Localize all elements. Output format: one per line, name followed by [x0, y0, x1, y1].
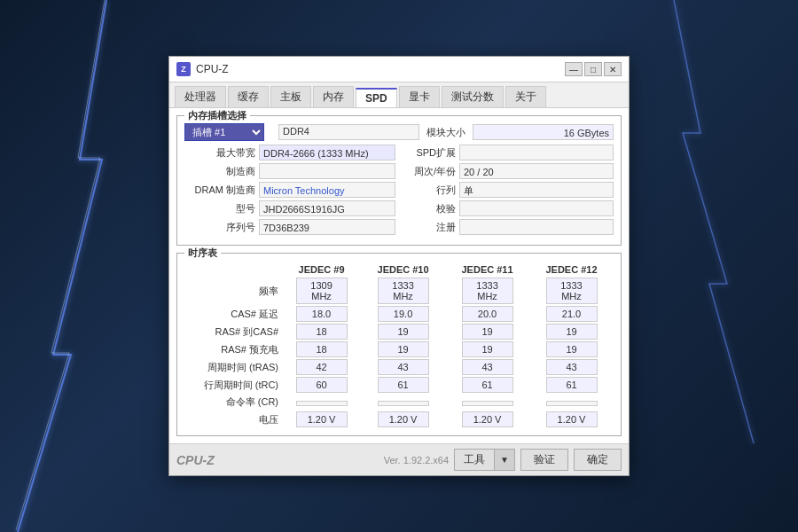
tab-bench[interactable]: 测试分数 — [442, 86, 504, 107]
timing-row-label-4: 周期时间 (tRAS) — [184, 358, 282, 376]
timing-row-label-5: 行周期时间 (tRC) — [184, 376, 282, 394]
spd-ext-value — [459, 145, 614, 160]
timing-cell-r1-c1: 19.0 — [361, 305, 445, 323]
slot-selector[interactable]: 插槽 #1 插槽 #2 — [184, 123, 264, 141]
tab-spd[interactable]: SPD — [356, 88, 397, 107]
serial-value: 7D36B239 — [259, 219, 395, 235]
timing-cell-r5-c2: 61 — [445, 376, 529, 394]
tab-gpu[interactable]: 显卡 — [399, 86, 440, 107]
checksum-label: 校验 — [403, 202, 456, 215]
timing-cell-r4-c0: 42 — [282, 358, 361, 376]
timing-row-label-0: 频率 — [184, 277, 282, 305]
maximize-button[interactable]: □ — [584, 62, 602, 76]
spd-ext-row: SPD扩展 — [403, 145, 614, 160]
timing-cell-r6-c3 — [529, 394, 614, 411]
tab-mainboard[interactable]: 主板 — [270, 86, 311, 107]
timing-table: JEDEC #9 JEDEC #10 JEDEC #11 JEDEC #12 频… — [184, 262, 614, 428]
window-title: CPU-Z — [196, 63, 565, 75]
checksum-value — [459, 200, 614, 216]
rows-row: 行列 单 — [403, 182, 614, 198]
manufacturer-row: 制造商 — [184, 163, 395, 179]
app-icon: Z — [176, 62, 191, 76]
manufacturer-label: 制造商 — [184, 165, 255, 178]
dram-manufacturer-label: DRAM 制造商 — [184, 184, 255, 197]
timing-cell-r2-c3: 19 — [529, 323, 614, 340]
timing-cell-r4-c2: 43 — [445, 358, 529, 376]
register-label: 注册 — [403, 221, 456, 234]
timing-cell-r5-c1: 61 — [361, 376, 445, 394]
tab-about[interactable]: 关于 — [505, 86, 546, 107]
timing-cell-r1-c3: 21.0 — [529, 305, 614, 323]
register-value — [459, 219, 614, 235]
dram-manufacturer-row: DRAM 制造商 Micron Technology — [184, 182, 395, 198]
checksum-row: 校验 — [403, 200, 614, 216]
tools-dropdown[interactable]: 工具 ▼ — [454, 449, 515, 471]
timing-cell-r5-c0: 60 — [282, 376, 361, 394]
verify-button[interactable]: 验证 — [520, 449, 568, 471]
timing-section-label: 时序表 — [184, 246, 221, 260]
col-jedec11: JEDEC #11 — [445, 262, 529, 277]
timing-cell-r7-c1: 1.20 V — [361, 411, 445, 428]
tab-memory[interactable]: 内存 — [313, 86, 354, 107]
timing-row-label-6: 命令率 (CR) — [184, 394, 282, 411]
timing-cell-r3-c2: 19 — [445, 340, 529, 358]
model-row: 型号 JHD2666S1916JG — [184, 200, 395, 216]
module-size-label: 模块大小 — [426, 126, 466, 139]
footer: CPU-Z Ver. 1.92.2.x64 工具 ▼ 验证 确定 — [169, 443, 629, 475]
tab-bar: 处理器 缓存 主板 内存 SPD 显卡 测试分数 关于 — [169, 82, 629, 108]
footer-logo: CPU-Z — [176, 453, 379, 467]
close-button[interactable]: ✕ — [604, 62, 622, 76]
manufacturer-value — [259, 163, 395, 179]
timing-cell-r2-c2: 19 — [445, 323, 529, 340]
timing-cell-r2-c0: 18 — [282, 323, 361, 340]
timing-cell-r0-c1: 1333 MHz — [361, 277, 445, 305]
memory-slot-section: 内存插槽选择 插槽 #1 插槽 #2 DDR4 模块大小 16 GBytes 最… — [176, 115, 622, 246]
footer-version: Ver. 1.92.2.x64 — [384, 455, 449, 466]
timing-cell-r2-c1: 19 — [361, 323, 445, 340]
tools-button[interactable]: 工具 — [454, 449, 494, 471]
week-year-row: 周次/年份 20 / 20 — [403, 163, 614, 179]
register-row: 注册 — [403, 219, 614, 235]
timing-cell-r0-c0: 1309 MHz — [282, 277, 361, 305]
col-jedec12: JEDEC #12 — [529, 262, 614, 277]
week-year-value: 20 / 20 — [459, 163, 614, 179]
tools-dropdown-arrow[interactable]: ▼ — [494, 449, 515, 471]
timing-cell-r4-c1: 43 — [361, 358, 445, 376]
max-bandwidth-label: 最大带宽 — [184, 146, 255, 160]
title-bar: Z CPU-Z — □ ✕ — [169, 57, 629, 82]
cpu-z-window: Z CPU-Z — □ ✕ 处理器 缓存 主板 内存 SPD 显卡 测试分数 关… — [168, 56, 630, 476]
timing-cell-r1-c2: 20.0 — [445, 305, 529, 323]
timing-cell-r4-c3: 43 — [529, 358, 614, 376]
ok-button[interactable]: 确定 — [574, 449, 622, 471]
timing-section: 时序表 JEDEC #9 JEDEC #10 JEDEC #11 JEDEC #… — [176, 253, 622, 436]
timing-cell-r7-c3: 1.20 V — [529, 411, 614, 428]
timing-cell-r6-c2 — [445, 394, 529, 411]
timing-cell-r3-c3: 19 — [529, 340, 614, 358]
timing-cell-r7-c0: 1.20 V — [282, 411, 361, 428]
rows-label: 行列 — [403, 184, 456, 197]
max-bandwidth-row: 最大带宽 DDR4-2666 (1333 MHz) — [184, 145, 395, 160]
timing-cell-r1-c0: 18.0 — [282, 305, 361, 323]
timing-cell-r0-c3: 1333 MHz — [529, 277, 614, 305]
timing-row-label-3: RAS# 预充电 — [184, 340, 282, 358]
timing-cell-r6-c1 — [361, 394, 445, 411]
col-jedec9: JEDEC #9 — [282, 262, 361, 277]
spd-ext-label: SPD扩展 — [403, 146, 456, 160]
max-bandwidth-value: DDR4-2666 (1333 MHz) — [259, 145, 395, 160]
section-memory-slot-label: 内存插槽选择 — [184, 109, 250, 122]
model-value: JHD2666S1916JG — [259, 200, 395, 216]
timing-cell-r3-c1: 19 — [361, 340, 445, 358]
dram-manufacturer-value: Micron Technology — [259, 182, 395, 198]
tab-processor[interactable]: 处理器 — [175, 86, 226, 107]
serial-label: 序列号 — [184, 221, 255, 234]
model-label: 型号 — [184, 202, 255, 215]
window-controls: — □ ✕ — [565, 62, 622, 76]
timing-cell-r0-c2: 1333 MHz — [445, 277, 529, 305]
timing-row-label-1: CAS# 延迟 — [184, 305, 282, 323]
tab-cache[interactable]: 缓存 — [228, 86, 269, 107]
week-year-label: 周次/年份 — [403, 165, 456, 178]
timing-cell-r7-c2: 1.20 V — [445, 411, 529, 428]
module-size-value: 16 GBytes — [473, 124, 614, 140]
timing-cell-r6-c0 — [282, 394, 361, 411]
minimize-button[interactable]: — — [565, 62, 583, 76]
